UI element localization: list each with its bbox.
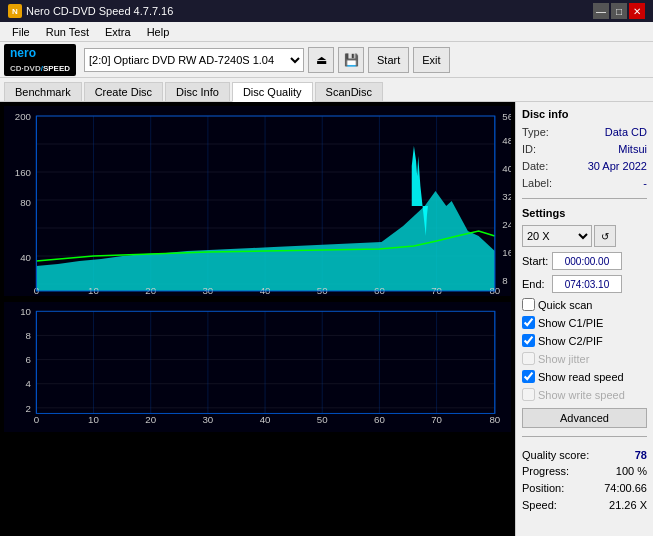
menu-bar: File Run Test Extra Help xyxy=(0,22,653,42)
settings-title: Settings xyxy=(522,207,647,219)
quick-scan-row: Quick scan xyxy=(522,298,647,311)
title-bar: N Nero CD-DVD Speed 4.7.7.16 — □ ✕ xyxy=(0,0,653,22)
title-bar-controls: — □ ✕ xyxy=(593,3,645,19)
menu-run-test[interactable]: Run Test xyxy=(38,24,97,40)
disc-label-value: - xyxy=(643,177,647,189)
svg-text:160: 160 xyxy=(15,168,31,178)
show-jitter-label: Show jitter xyxy=(538,353,589,365)
show-c1pie-row: Show C1/PIE xyxy=(522,316,647,329)
end-input[interactable]: 074:03.10 xyxy=(552,275,622,293)
speed-row: Speed: 21.26 X xyxy=(522,499,647,511)
start-row: Start: 000:00.00 xyxy=(522,252,647,270)
show-jitter-row: Show jitter xyxy=(522,352,647,365)
disc-label-row: Label: - xyxy=(522,177,647,189)
disc-date-value: 30 Apr 2022 xyxy=(588,160,647,172)
minimize-button[interactable]: — xyxy=(593,3,609,19)
maximize-button[interactable]: □ xyxy=(611,3,627,19)
disc-id-row: ID: Mitsui xyxy=(522,143,647,155)
quality-score-row: Quality score: 78 xyxy=(522,449,647,461)
exit-button[interactable]: Exit xyxy=(413,47,449,73)
start-input[interactable]: 000:00.00 xyxy=(552,252,622,270)
svg-rect-40 xyxy=(4,302,511,432)
save-icon[interactable]: 💾 xyxy=(338,47,364,73)
separator-2 xyxy=(522,436,647,437)
tab-disc-info[interactable]: Disc Info xyxy=(165,82,230,101)
svg-text:8: 8 xyxy=(26,332,31,341)
top-chart: 200 160 80 40 56 48 40 32 24 16 8 0 10 2… xyxy=(4,106,511,296)
end-row: End: 074:03.10 xyxy=(522,275,647,293)
end-label: End: xyxy=(522,278,550,290)
menu-file[interactable]: File xyxy=(4,24,38,40)
show-c1pie-label: Show C1/PIE xyxy=(538,317,603,329)
disc-type-value: Data CD xyxy=(605,126,647,138)
svg-text:0: 0 xyxy=(34,415,39,424)
start-label: Start: xyxy=(522,255,550,267)
nero-logo: nero CD·DVD/SPEED xyxy=(4,44,76,76)
chart-area: 200 160 80 40 56 48 40 32 24 16 8 0 10 2… xyxy=(0,102,515,536)
separator-1 xyxy=(522,198,647,199)
svg-text:20: 20 xyxy=(145,415,156,424)
start-button[interactable]: Start xyxy=(368,47,409,73)
svg-text:80: 80 xyxy=(489,415,500,424)
disc-info-title: Disc info xyxy=(522,108,647,120)
speed-select[interactable]: 20 X 16 X 8 X Max xyxy=(522,225,592,247)
quality-score-label: Quality score: xyxy=(522,449,589,461)
svg-text:80: 80 xyxy=(20,198,31,208)
tab-create-disc[interactable]: Create Disc xyxy=(84,82,163,101)
show-read-speed-checkbox[interactable] xyxy=(522,370,535,383)
disc-type-row: Type: Data CD xyxy=(522,126,647,138)
main-content: 200 160 80 40 56 48 40 32 24 16 8 0 10 2… xyxy=(0,102,653,536)
title-bar-text: Nero CD-DVD Speed 4.7.7.16 xyxy=(26,5,173,17)
show-read-speed-label: Show read speed xyxy=(538,371,624,383)
disc-date-row: Date: 30 Apr 2022 xyxy=(522,160,647,172)
tabs-bar: Benchmark Create Disc Disc Info Disc Qua… xyxy=(0,78,653,102)
speed-value: 21.26 X xyxy=(609,499,647,511)
show-c2pif-label: Show C2/PIF xyxy=(538,335,603,347)
close-button[interactable]: ✕ xyxy=(629,3,645,19)
tab-scan-disc[interactable]: ScanDisc xyxy=(315,82,383,101)
show-c2pif-checkbox[interactable] xyxy=(522,334,535,347)
quality-score-value: 78 xyxy=(635,449,647,461)
quick-scan-label: Quick scan xyxy=(538,299,592,311)
disc-type-label: Type: xyxy=(522,126,549,138)
position-row: Position: 74:00.66 xyxy=(522,482,647,494)
disc-date-label: Date: xyxy=(522,160,548,172)
disc-id-value: Mitsui xyxy=(618,143,647,155)
speed-setting-row: 20 X 16 X 8 X Max ↺ xyxy=(522,225,647,247)
drive-select[interactable]: [2:0] Optiarc DVD RW AD-7240S 1.04 xyxy=(84,48,304,72)
menu-help[interactable]: Help xyxy=(139,24,178,40)
svg-text:24: 24 xyxy=(502,220,511,230)
show-write-speed-label: Show write speed xyxy=(538,389,625,401)
show-c1pie-checkbox[interactable] xyxy=(522,316,535,329)
tab-disc-quality[interactable]: Disc Quality xyxy=(232,82,313,102)
eject-icon[interactable]: ⏏ xyxy=(308,47,334,73)
quick-scan-checkbox[interactable] xyxy=(522,298,535,311)
svg-text:10: 10 xyxy=(88,415,99,424)
show-jitter-checkbox[interactable] xyxy=(522,352,535,365)
svg-text:56: 56 xyxy=(502,112,511,122)
svg-text:30: 30 xyxy=(202,415,213,424)
svg-text:40: 40 xyxy=(260,415,271,424)
svg-text:2: 2 xyxy=(26,404,31,413)
svg-text:40: 40 xyxy=(20,253,31,263)
svg-text:6: 6 xyxy=(26,356,31,365)
disc-label-label: Label: xyxy=(522,177,552,189)
bottom-chart: 10 8 6 4 2 0 10 20 30 40 50 60 70 80 xyxy=(4,302,511,432)
svg-text:10: 10 xyxy=(20,308,31,317)
tab-benchmark[interactable]: Benchmark xyxy=(4,82,82,101)
svg-text:40: 40 xyxy=(502,164,511,174)
app-icon: N xyxy=(8,4,22,18)
advanced-button[interactable]: Advanced xyxy=(522,408,647,428)
position-value: 74:00.66 xyxy=(604,482,647,494)
speed-label: Speed: xyxy=(522,499,557,511)
progress-label: Progress: xyxy=(522,465,569,477)
svg-text:60: 60 xyxy=(374,415,385,424)
show-c2pif-row: Show C2/PIF xyxy=(522,334,647,347)
reset-speed-icon[interactable]: ↺ xyxy=(594,225,616,247)
right-panel: Disc info Type: Data CD ID: Mitsui Date:… xyxy=(515,102,653,536)
menu-extra[interactable]: Extra xyxy=(97,24,139,40)
svg-text:16: 16 xyxy=(502,248,511,258)
progress-row: Progress: 100 % xyxy=(522,465,647,477)
svg-text:70: 70 xyxy=(431,415,442,424)
show-write-speed-checkbox[interactable] xyxy=(522,388,535,401)
